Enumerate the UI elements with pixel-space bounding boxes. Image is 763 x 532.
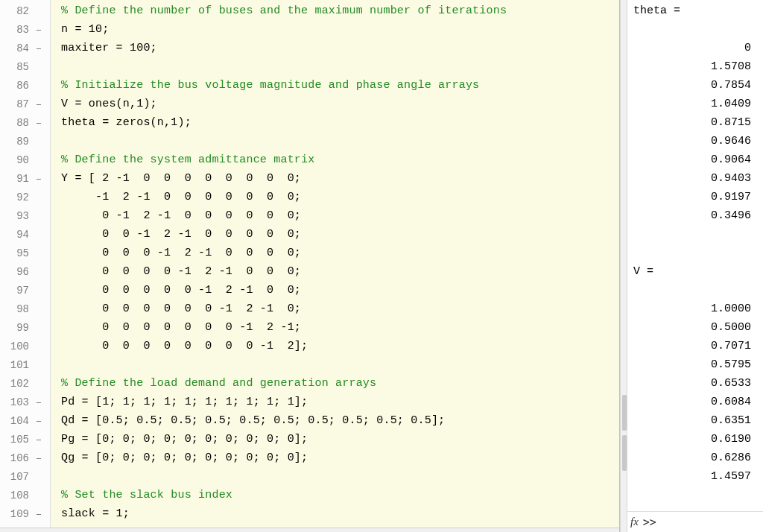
code-line[interactable] [61,132,619,151]
line-number: 84 [7,42,29,54]
gutter-row[interactable]: 107 [0,467,50,486]
code-line[interactable]: % Define the load demand and generation … [61,374,619,393]
gutter-row[interactable]: 98 [0,300,50,318]
gutter-row[interactable]: 102 [0,374,50,393]
line-number: 86 [7,80,29,92]
breakpoint-dash-icon[interactable]: – [32,24,45,36]
code-line[interactable]: -1 2 -1 0 0 0 0 0 0 0; [61,188,619,206]
code-text: 0 0 0 0 -1 2 -1 0 0 0; [61,265,301,278]
command-prompt[interactable]: >> [643,516,656,529]
command-output[interactable]: theta =01.57080.78541.04090.87150.96460.… [627,0,763,511]
line-number: 108 [7,490,29,501]
output-value: 0.6286 [633,449,760,467]
code-line[interactable]: Y = [ 2 -1 0 0 0 0 0 0 0 0; [61,169,619,188]
code-line[interactable]: 0 0 0 0 0 0 -1 2 -1 0; [61,300,619,318]
gutter-row[interactable]: 99 [0,318,50,337]
code-line[interactable]: 0 0 0 0 -1 2 -1 0 0 0; [61,262,619,281]
code-line[interactable]: % Define the number of buses and the max… [61,1,619,20]
gutter-row[interactable]: 91– [0,169,50,188]
line-number: 88 [7,117,29,129]
gutter-row[interactable]: 101 [0,355,50,374]
line-number: 101 [7,359,29,371]
fx-icon[interactable]: fx [630,516,639,528]
code-line[interactable]: Qd = [0.5; 0.5; 0.5; 0.5; 0.5; 0.5; 0.5;… [61,411,619,430]
gutter-row[interactable]: 93 [0,206,50,225]
line-number: 103 [7,396,29,408]
code-line[interactable]: 0 0 0 -1 2 -1 0 0 0 0; [61,244,619,262]
code-line[interactable]: theta = zeros(n,1); [61,113,619,132]
gutter-row[interactable]: 82 [0,1,50,20]
gutter-row[interactable]: 88– [0,113,50,132]
code-text: -1 2 -1 0 0 0 0 0 0 0; [61,191,301,203]
line-number: 90 [7,154,29,166]
code-line[interactable]: 0 0 0 0 0 -1 2 -1 0 0; [61,281,619,300]
gutter-row[interactable]: 109– [0,504,50,523]
code-line[interactable]: 0 0 0 0 0 0 0 -1 2 -1; [61,318,619,337]
gutter-row[interactable]: 94 [0,225,50,244]
gutter-row[interactable]: 83– [0,20,50,39]
output-label: theta = [633,1,760,20]
breakpoint-dash-icon[interactable]: – [32,396,45,408]
gutter-row[interactable]: 103– [0,393,50,411]
code-line[interactable]: % Set the slack bus index [61,486,619,504]
breakpoint-dash-icon[interactable]: – [32,173,45,185]
breakpoint-dash-icon[interactable]: – [32,117,45,129]
gutter-row[interactable]: 85 [0,57,50,76]
output-value: 0.5000 [633,318,760,337]
breakpoint-dash-icon[interactable]: – [32,42,45,54]
gutter-row[interactable]: 96 [0,262,50,281]
code-line[interactable]: % Define the system admittance matrix [61,151,619,169]
breakpoint-dash-icon[interactable]: – [32,452,45,464]
gutter-row[interactable]: 104– [0,411,50,430]
gutter-row[interactable]: 105– [0,430,50,449]
gutter-row[interactable]: 86 [0,76,50,95]
code-line[interactable]: Pd = [1; 1; 1; 1; 1; 1; 1; 1; 1; 1]; [61,393,619,411]
output-value: 0.6190 [633,430,760,449]
gutter-row[interactable]: 95 [0,244,50,262]
breakpoint-dash-icon[interactable]: – [32,508,45,520]
output-value: 0.9403 [633,169,760,188]
code-line[interactable]: % Initialize the bus voltage magnitude a… [61,76,619,95]
line-number: 94 [7,229,29,241]
gutter-row[interactable]: 108 [0,486,50,504]
code-line[interactable]: maxiter = 100; [61,39,619,57]
code-line[interactable]: slack = 1; [61,504,619,523]
code-line[interactable] [61,57,619,76]
output-value: 1.4597 [633,467,760,486]
gutter-row[interactable]: 87– [0,95,50,113]
code-line[interactable]: V = ones(n,1); [61,95,619,113]
gutter-row[interactable]: 90 [0,151,50,169]
code-line[interactable]: n = 10; [61,20,619,39]
gutter-row[interactable]: 84– [0,39,50,57]
vertical-splitter[interactable] [620,0,627,532]
line-number: 87 [7,98,29,110]
code-line[interactable]: 0 -1 2 -1 0 0 0 0 0 0; [61,206,619,225]
code-area[interactable]: % Define the number of buses and the max… [51,0,619,528]
output-value: 0.6351 [633,411,760,430]
code-line[interactable]: 0 0 -1 2 -1 0 0 0 0 0; [61,225,619,244]
breakpoint-dash-icon[interactable]: – [32,415,45,427]
gutter-row[interactable]: 92 [0,188,50,206]
line-number-gutter[interactable]: 8283–84–858687–88–899091–929394959697989… [0,0,51,528]
line-number: 109 [7,508,29,520]
output-label [633,20,760,39]
code-text: Pd = [1; 1; 1; 1; 1; 1; 1; 1; 1; 1]; [61,396,308,408]
gutter-row[interactable]: 106– [0,449,50,467]
code-line[interactable]: Pg = [0; 0; 0; 0; 0; 0; 0; 0; 0; 0]; [61,430,619,449]
output-value: 0 [633,39,760,57]
line-number: 100 [7,341,29,352]
splitter-handle-icon[interactable] [622,395,627,431]
breakpoint-dash-icon[interactable]: – [32,98,45,110]
code-line[interactable]: 0 0 0 0 0 0 0 0 -1 2]; [61,337,619,355]
output-value: 0.9197 [633,188,760,206]
code-line[interactable]: Qg = [0; 0; 0; 0; 0; 0; 0; 0; 0; 0]; [61,449,619,467]
gutter-row[interactable]: 97 [0,281,50,300]
code-line[interactable] [61,467,619,486]
code-line[interactable] [61,355,619,374]
gutter-row[interactable]: 89 [0,132,50,151]
gutter-row[interactable]: 100 [0,337,50,355]
code-text: 0 -1 2 -1 0 0 0 0 0 0; [61,209,301,222]
breakpoint-dash-icon[interactable]: – [32,434,45,446]
splitter-handle-icon[interactable] [622,435,627,471]
command-prompt-row[interactable]: fx >> [627,511,763,532]
